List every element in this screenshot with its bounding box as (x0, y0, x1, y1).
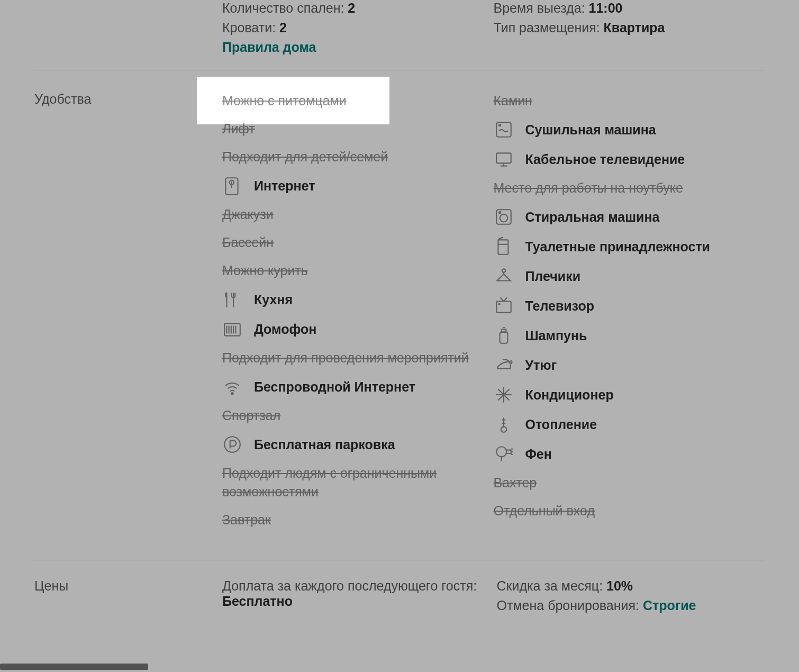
amenity-item: Место для работы на ноутбуке (494, 179, 765, 197)
amenities-left-column: Можно с питомцамиЛифтПодходит для детей/… (222, 92, 494, 539)
wifi-icon (222, 377, 254, 397)
amenity-item: Отдельный вход (494, 502, 765, 520)
amenity-label: Можно с питомцами (222, 92, 347, 110)
kitchen-icon (222, 289, 254, 310)
top-info-empty-label (34, 1, 222, 55)
amenity-label: Кондиционер (525, 386, 614, 404)
amenity-label: Фен (525, 445, 552, 464)
amenity-item: Фен (494, 444, 765, 464)
prices-left-col: Доплата за каждого последующего гостя: Б… (222, 578, 497, 617)
internet-icon (222, 176, 254, 196)
amenity-label: Утюг (525, 356, 557, 375)
amenity-label: Вахтер (494, 474, 537, 492)
cancellation-policy-link[interactable]: Строгие (643, 598, 696, 613)
dryer-icon (494, 120, 525, 140)
month-discount-line: Скидка за месяц: 10% (497, 578, 765, 594)
amenity-item: Кондиционер (494, 385, 765, 405)
amenity-label: Сушильная машина (525, 121, 656, 139)
parking-icon (222, 434, 254, 455)
amenity-item: Камин (494, 92, 765, 110)
amenity-item: Домофон (222, 319, 494, 339)
amenity-label: Подходит людям с ограниченными возможнос… (222, 464, 494, 501)
tv-icon (494, 296, 525, 316)
amenity-label: Стиральная машина (525, 208, 660, 226)
amenity-label: Кухня (254, 290, 293, 309)
amenity-label: Можно курить (222, 261, 308, 280)
amenity-item: Бесплатная парковка (222, 434, 494, 455)
amenity-label: Джакузи (222, 205, 274, 224)
amenity-label: Место для работы на ноутбуке (494, 179, 683, 197)
amenity-label: Домофон (254, 320, 316, 339)
amenity-label: Кабельное телевидение (525, 150, 685, 169)
amenities-right-column: КаминСушильная машинаКабельное телевиден… (494, 92, 765, 539)
amenity-label: Телевизор (525, 297, 594, 315)
amenity-item: Джакузи (222, 205, 494, 224)
toiletries-icon (494, 237, 525, 257)
amenity-label: Подходит для детей/семей (222, 148, 388, 166)
month-discount-value: 10% (606, 578, 633, 593)
amenity-label: Отдельный вход (494, 502, 595, 520)
month-discount-label: Скидка за месяц: (497, 578, 607, 593)
amenity-label: Беспроводной Интернет (254, 378, 415, 396)
shampoo-icon (494, 325, 525, 346)
amenity-item: Подходит для детей/семей (222, 148, 494, 166)
amenity-item: Кабельное телевидение (494, 149, 765, 169)
beds-line: Кровати: 2 (222, 20, 494, 35)
amenity-item: Можно с питомцами (222, 92, 494, 110)
bedrooms-label: Количество спален: (222, 1, 348, 15)
amenity-item: Подходит людям с ограниченными возможнос… (222, 464, 494, 501)
amenity-label: Спортзал (222, 406, 280, 425)
amenity-item: Подходит для проведения мероприятий (222, 349, 494, 367)
bedrooms-value: 2 (348, 1, 355, 15)
top-info-section: Количество спален: 2 Кровати: 2 Правила … (34, 0, 765, 70)
amenity-item: Утюг (494, 355, 765, 375)
amenity-item: Сушильная машина (494, 120, 765, 140)
extra-guest-line: Доплата за каждого последующего гостя: Б… (222, 578, 491, 609)
amenity-label: Камин (494, 92, 532, 110)
amenity-label: Лифт (222, 120, 255, 138)
top-right-col: Время выезда: 11:00 Тип размещения: Квар… (494, 1, 765, 55)
intercom-icon (222, 319, 254, 339)
amenity-item: Туалетные принадлежности (494, 237, 765, 257)
washer-icon (494, 207, 525, 227)
cancellation-label: Отмена бронирования: (497, 598, 643, 613)
amenity-item: Спортзал (222, 406, 494, 425)
bedrooms-line: Количество спален: 2 (222, 1, 494, 16)
amenity-item: Отопление (494, 414, 765, 434)
amenity-item: Плечики (494, 266, 765, 286)
amenity-label: Интернет (254, 177, 315, 195)
heating-icon (494, 414, 525, 434)
amenity-item: Шампунь (494, 325, 765, 346)
extra-guest-label: Доплата за каждого последующего гостя: (222, 578, 477, 593)
amenity-label: Бесплатная парковка (254, 435, 395, 454)
type-value: Квартира (604, 20, 665, 35)
beds-label: Кровати: (222, 20, 279, 35)
checkout-line: Время выезда: 11:00 (494, 1, 765, 16)
amenity-label: Плечики (525, 267, 581, 286)
amenity-label: Отопление (525, 415, 597, 434)
amenity-item: Интернет (222, 176, 494, 196)
house-rules-link[interactable]: Правила дома (222, 40, 494, 55)
amenity-label: Туалетные принадлежности (525, 238, 711, 256)
amenity-item: Беспроводной Интернет (222, 377, 494, 397)
type-label: Тип размещения: (494, 20, 604, 35)
amenity-item: Завтрак (222, 511, 494, 529)
checkout-value: 11:00 (589, 1, 623, 15)
checkout-label: Время выезда: (494, 1, 589, 15)
amenity-item: Лифт (222, 120, 494, 138)
cancellation-line: Отмена бронирования: Строгие (497, 598, 765, 613)
amenity-item: Можно курить (222, 261, 494, 280)
beds-value: 2 (279, 20, 287, 35)
amenities-label: Удобства (34, 92, 222, 539)
ac-icon (494, 385, 525, 405)
extra-guest-value: Бесплатно (222, 594, 293, 609)
amenity-label: Завтрак (222, 511, 271, 529)
top-left-col: Количество спален: 2 Кровати: 2 Правила … (222, 1, 494, 55)
prices-label: Цены (34, 578, 222, 617)
amenity-label: Шампунь (525, 326, 587, 345)
cabletv-icon (494, 149, 525, 169)
amenity-label: Бассейн (222, 233, 274, 252)
prices-right-col: Скидка за месяц: 10% Отмена бронирования… (497, 578, 765, 617)
amenity-item: Стиральная машина (494, 207, 765, 227)
type-line: Тип размещения: Квартира (494, 20, 765, 35)
